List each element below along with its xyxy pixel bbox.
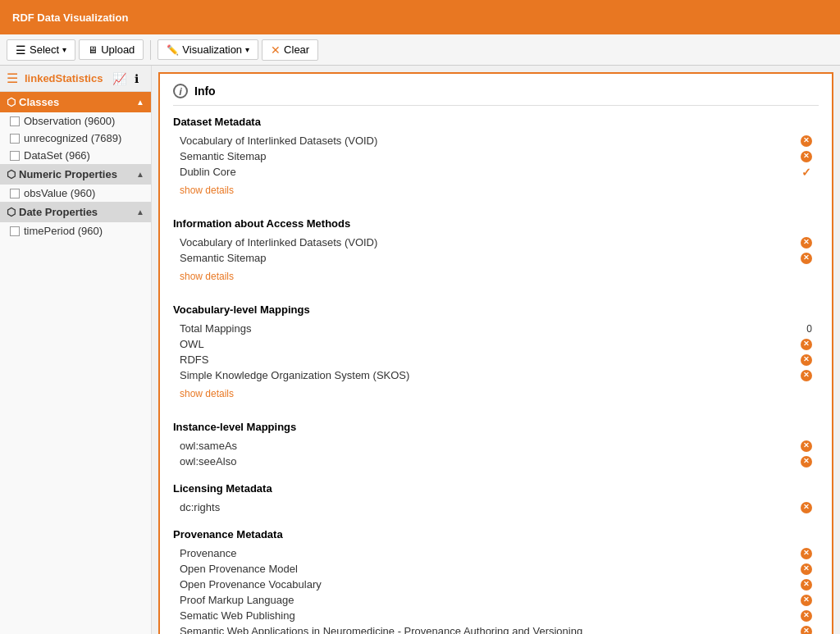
sidebar-item-observation[interactable]: Observation (9600) <box>0 112 151 130</box>
provenance-row: Open Provenance Model✕ <box>173 561 819 577</box>
provenance-item-status: ✕ <box>801 563 812 575</box>
vocab-show-details[interactable]: show details <box>173 386 240 401</box>
seealso-label: owl:seeAlso <box>180 455 801 468</box>
provenance-title: Provenance Metadata <box>173 528 819 540</box>
main-layout: ☰ linkedStatistics 📈 ℹ ⬡ Classes ▲ Obser… <box>0 66 840 634</box>
chart-icon: 📈 <box>112 72 126 85</box>
dc-rights-label: dc:rights <box>180 501 801 513</box>
access-methods-title: Information about Access Methods <box>173 217 819 230</box>
app-title: RDF Data Visualization <box>12 11 128 24</box>
provenance-row: Sematic Web Publishing✕ <box>173 608 819 623</box>
instance-mappings-title: Instance-level Mappings <box>173 421 819 433</box>
metadata-row: OWL ✕ <box>173 336 819 352</box>
metadata-row: owl:seeAlso ✕ <box>173 454 819 469</box>
rdfs-label: RDFS <box>180 353 801 366</box>
numeric-collapse-arrow: ▲ <box>136 170 144 179</box>
provenance-item-label: Semantic Web Applications in Neuromedici… <box>180 625 801 634</box>
sameas-label: owl:sameAs <box>180 440 801 452</box>
skos-label: Simple Knowledge Organization System (SK… <box>180 369 801 381</box>
owl-status: ✕ <box>801 339 812 350</box>
app-title-bar: RDF Data Visualization <box>0 0 840 34</box>
provenance-row: Proof Markup Language✕ <box>173 592 819 608</box>
select-button[interactable]: ☰ Select ▾ <box>7 39 75 61</box>
provenance-row: Semantic Web Applications in Neuromedici… <box>173 623 819 634</box>
metadata-row: Vocabulary of Interlinked Datasets (VOID… <box>173 235 819 250</box>
provenance-item-status: ✕ <box>801 610 812 622</box>
date-icon: ⬡ <box>7 206 16 218</box>
sidebar-item-obsvalue[interactable]: obsValue (960) <box>0 185 151 202</box>
obsvalue-checkbox[interactable] <box>10 189 20 198</box>
dc-rights-status: ✕ <box>801 502 812 513</box>
dublin-core-label: Dublin Core <box>180 166 801 178</box>
void-label: Vocabulary of Interlinked Datasets (VOID… <box>180 135 801 147</box>
provenance-item-label: Sematic Web Publishing <box>180 609 801 622</box>
list-icon: ☰ <box>16 43 26 57</box>
sidebar-brand: ☰ linkedStatistics 📈 ℹ <box>0 66 151 92</box>
upload-icon: 🖥 <box>88 44 98 56</box>
metadata-row: Vocabulary of Interlinked Datasets (VOID… <box>173 133 819 148</box>
sidebar: ☰ linkedStatistics 📈 ℹ ⬡ Classes ▲ Obser… <box>0 66 152 634</box>
dataset-checkbox[interactable] <box>10 151 20 161</box>
skos-status: ✕ <box>801 370 812 381</box>
dataset-show-details[interactable]: show details <box>173 183 240 198</box>
classes-label: Classes <box>19 96 59 108</box>
menu-icon: ☰ <box>7 71 18 86</box>
info-icon-sidebar[interactable]: ℹ <box>135 72 139 85</box>
metadata-row: Total Mappings 0 <box>173 321 819 336</box>
select-dropdown-icon: ▾ <box>62 45 66 54</box>
timeperiod-label: timePeriod (960) <box>24 225 103 237</box>
access-void-status: ✕ <box>801 237 812 249</box>
date-collapse-arrow: ▲ <box>136 208 144 217</box>
info-header: i Info <box>173 84 819 106</box>
obsvalue-label: obsValue (960) <box>24 187 95 199</box>
sidebar-section-date[interactable]: ⬡ Date Properties ▲ <box>0 202 151 222</box>
access-methods-section: Information about Access Methods Vocabul… <box>173 217 819 290</box>
semantic-sitemap-label: Semantic Sitemap <box>180 150 801 162</box>
clear-button[interactable]: ✕ Clear <box>262 39 318 61</box>
toolbar-divider <box>150 40 151 60</box>
metadata-row: Semantic Sitemap ✕ <box>173 148 819 164</box>
sidebar-section-classes[interactable]: ⬡ Classes ▲ <box>0 92 151 112</box>
sidebar-item-dataset[interactable]: DataSet (966) <box>0 147 151 164</box>
sidebar-item-unrecognized[interactable]: unrecognized (7689) <box>0 130 151 147</box>
observation-label: Observation (9600) <box>24 115 115 127</box>
access-show-details[interactable]: show details <box>173 269 240 284</box>
void-status: ✕ <box>801 135 812 147</box>
instance-mappings-section: Instance-level Mappings owl:sameAs ✕ owl… <box>173 421 819 469</box>
semantic-sitemap-status: ✕ <box>801 151 812 162</box>
clear-icon: ✕ <box>271 43 281 57</box>
total-mappings-label: Total Mappings <box>180 322 806 335</box>
access-sitemap-label: Semantic Sitemap <box>180 252 801 264</box>
sameas-status: ✕ <box>801 440 812 452</box>
provenance-item-status: ✕ <box>801 595 812 606</box>
visualization-icon: ✏️ <box>167 44 179 56</box>
metadata-row: Semantic Sitemap ✕ <box>173 250 819 266</box>
provenance-section: Provenance Metadata Provenance✕Open Prov… <box>173 528 819 634</box>
timeperiod-checkbox[interactable] <box>10 226 20 236</box>
brand-name: linkedStatistics <box>25 72 103 84</box>
observation-checkbox[interactable] <box>10 116 20 126</box>
unrecognized-label: unrecognized (7689) <box>24 132 121 144</box>
provenance-item-status: ✕ <box>801 579 812 591</box>
numeric-icon: ⬡ <box>7 168 16 180</box>
vocab-mappings-section: Vocabulary-level Mappings Total Mappings… <box>173 303 819 408</box>
toolbar: ☰ Select ▾ 🖥 Upload ✏️ Visualization ▾ ✕… <box>0 34 840 66</box>
dataset-metadata-title: Dataset Metadata <box>173 116 819 128</box>
total-mappings-value: 0 <box>806 323 812 335</box>
provenance-items: Provenance✕Open Provenance Model✕Open Pr… <box>173 545 819 634</box>
access-sitemap-status: ✕ <box>801 253 812 264</box>
sidebar-section-numeric[interactable]: ⬡ Numeric Properties ▲ <box>0 164 151 185</box>
metadata-row: Simple Knowledge Organization System (SK… <box>173 367 819 383</box>
info-panel-title: Info <box>194 84 216 98</box>
seealso-status: ✕ <box>801 456 812 468</box>
owl-label: OWL <box>180 338 801 350</box>
visualization-button[interactable]: ✏️ Visualization ▾ <box>158 39 258 60</box>
metadata-row: Dublin Core ✓ <box>173 164 819 180</box>
metadata-row: owl:sameAs ✕ <box>173 438 819 454</box>
sidebar-item-timeperiod[interactable]: timePeriod (960) <box>0 222 151 239</box>
numeric-items: obsValue (960) <box>0 185 151 202</box>
content-area: i Info Dataset Metadata Vocabulary of In… <box>152 66 840 634</box>
upload-button[interactable]: 🖥 Upload <box>79 39 144 60</box>
unrecognized-checkbox[interactable] <box>10 134 20 144</box>
dataset-label: DataSet (966) <box>24 149 90 162</box>
